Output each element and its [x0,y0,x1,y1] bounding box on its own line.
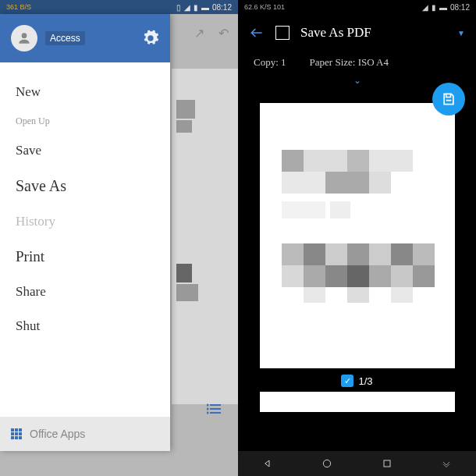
svg-point-6 [22,33,27,38]
page-count: 1/3 [358,375,372,387]
save-fab-button[interactable] [432,83,465,115]
wifi-icon: ◢ [184,3,190,12]
net-speed: 361 B/S [6,3,31,11]
menu-history[interactable]: History [0,204,170,239]
nav-recent-icon[interactable] [381,457,393,470]
back-arrow-icon[interactable] [249,25,265,41]
svg-point-5 [207,412,209,414]
svg-point-3 [207,404,209,407]
next-page-preview[interactable] [260,392,455,412]
drawer-footer[interactable]: Office Apps [0,417,170,451]
status-bar-left: 361 B/S ▯ ◢ ▮ ▬ 08:12 [0,0,238,14]
menu-shut[interactable]: Shut [0,309,170,343]
access-label[interactable]: Access [45,31,85,45]
share-icon[interactable]: ↗ [194,26,204,41]
menu-save[interactable]: Save [0,133,170,168]
nav-down-icon[interactable] [440,457,453,470]
menu-new[interactable]: New [0,75,170,109]
vibrate-icon: ▯ [176,3,181,12]
menu-share[interactable]: Share [0,275,170,309]
nav-bar-right [238,451,476,476]
svg-rect-10 [384,460,390,467]
nav-back-icon[interactable] [261,457,274,470]
print-options: Copy: 1 Paper Size: ISO A4 [238,52,476,73]
list-icon[interactable] [207,401,222,417]
svg-point-4 [207,408,209,410]
toolbar: Save As PDF ▼ [238,14,476,52]
drawer-menu: New Open Up Save Save As History Print S… [0,62,170,417]
signal-icon: ▮ [194,3,198,12]
wifi-icon: ◢ [422,3,428,12]
battery-icon: ▬ [439,3,447,12]
copy-count[interactable]: Copy: 1 [254,56,286,69]
menu-save-as[interactable]: Save As [0,168,170,204]
clock: 08:12 [450,3,470,12]
status-bar-right: 62.6 K/S 101 ◢ ▮ ▬ 08:12 [238,0,476,14]
signal-icon: ▮ [432,3,436,12]
gear-icon[interactable] [142,30,159,47]
svg-point-9 [324,460,331,467]
save-icon [441,91,456,107]
net-speed: 62.6 K/S 101 [244,3,285,11]
side-drawer: Access New Open Up Save Save As History … [0,14,170,451]
nav-home-icon[interactable] [321,457,333,470]
page-title: Save As PDF [300,25,371,41]
preview-area: ✓ 1/3 [238,87,476,451]
paper-size[interactable]: Paper Size: ISO A4 [310,56,389,69]
undo-icon[interactable]: ↶ [218,26,229,41]
menu-print[interactable]: Print [0,239,170,275]
pdf-icon [275,26,290,40]
office-apps-label: Office Apps [30,428,85,440]
dropdown-caret-icon[interactable]: ▼ [457,29,465,37]
page-indicator: ✓ 1/3 [341,375,372,387]
menu-open[interactable]: Open Up [0,109,170,133]
apps-grid-icon [11,428,22,439]
page-check-icon[interactable]: ✓ [341,375,353,387]
battery-icon: ▬ [201,3,209,12]
avatar[interactable] [11,25,37,52]
clock: 08:12 [212,3,232,12]
drawer-header: Access [0,14,170,62]
page-preview[interactable] [260,103,455,368]
person-icon [16,30,32,46]
